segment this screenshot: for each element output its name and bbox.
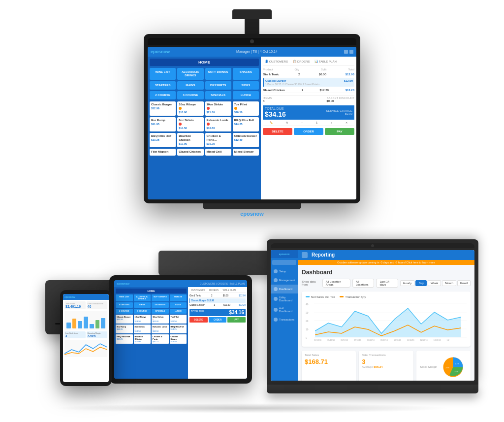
pos-item-bourbon[interactable]: Bourbon Chicken $17.00 bbox=[177, 133, 203, 147]
edit-icon[interactable]: ✏️ bbox=[270, 121, 273, 124]
delete-button[interactable]: DELETE bbox=[263, 128, 292, 135]
pos-item-ribeye[interactable]: 10oz Ribeye $18.90 bbox=[177, 101, 203, 116]
tablet-item-7[interactable]: Balsamic Lamb●$16.50 bbox=[152, 325, 169, 333]
time-btn-email[interactable]: Email bbox=[457, 280, 471, 286]
pos-item-sirloin8[interactable]: 8oz Sirloin $14.50 bbox=[177, 117, 203, 131]
menu-btn-2course[interactable]: 2 COURSE bbox=[150, 91, 176, 99]
tablet-item-3[interactable]: 10oz Sirloin●$21.00 bbox=[152, 315, 169, 324]
pos-item-sirloin[interactable]: 10oz Sirloin $21.00 bbox=[205, 101, 231, 116]
menu-btn-sides[interactable]: SIDES bbox=[233, 81, 259, 90]
tablet-home-bar[interactable]: HOME bbox=[116, 289, 187, 293]
pos-item-bbq-full[interactable]: BBQ Ribs Full $14.25 bbox=[233, 117, 259, 131]
tablet-btn-snacks[interactable]: SNACKS bbox=[170, 294, 187, 302]
dashboard-main: Reporting October software update coming… bbox=[298, 250, 474, 381]
phone-bar-1 bbox=[66, 323, 71, 328]
menu-btn-3course[interactable]: 3 COURSE bbox=[177, 91, 203, 99]
sidebar-item-dashboard[interactable]: Dashboard bbox=[271, 285, 298, 293]
tablet-item-12[interactable]: Chicken Skewer$12.40 bbox=[170, 334, 187, 344]
tablet-tab-cust[interactable]: CUSTOMERS bbox=[189, 289, 207, 292]
sidebar-item-utility[interactable]: Utility Dashboard bbox=[271, 293, 298, 304]
tablet-item-5[interactable]: 8oz Rump$11.95 bbox=[116, 325, 133, 333]
time-btn-day[interactable]: Day bbox=[415, 280, 427, 286]
pos-item-glazed-chicken[interactable]: Glazed Chicken bbox=[177, 149, 203, 156]
tablet-btn-specials[interactable]: SPECIALS bbox=[152, 309, 169, 314]
tablet-item-4[interactable]: 7oz Fillet●$20.50 bbox=[170, 315, 187, 324]
svg-text:30: 30 bbox=[306, 311, 309, 314]
pos-item-filet-mignon[interactable]: Filet Mignon bbox=[150, 149, 176, 156]
tablet-btn-lunch[interactable]: LUNCH bbox=[170, 309, 187, 314]
tablet-item-6[interactable]: 8oz Sirloin●$14.50 bbox=[134, 325, 151, 333]
sidebar-item-management[interactable]: Management bbox=[271, 276, 298, 285]
menu-btn-snacks[interactable]: SNACKS bbox=[233, 68, 259, 80]
menu-btn-alcoholic[interactable]: ALCOHOLIC DRINKS bbox=[177, 68, 203, 80]
tablet-item-1[interactable]: Classic Burger$12.99 bbox=[116, 315, 133, 324]
tablet-item-11[interactable]: Chicken & Porto$10.75 bbox=[152, 334, 169, 344]
phone: eposnow Total Sales $2,401.16 Total Tran… bbox=[60, 290, 112, 386]
pos-item-balsamic-lamb[interactable]: Balsamic Lamb $16.50 bbox=[205, 117, 231, 131]
qty-plus-icon[interactable]: + bbox=[331, 121, 332, 124]
order-button[interactable]: ORDER bbox=[294, 128, 323, 135]
menu-btn-starters[interactable]: STARTERS bbox=[150, 81, 176, 90]
tab-orders[interactable]: 📋 ORDERS bbox=[291, 59, 312, 64]
pos-item-rump[interactable]: 8oz Rump $11.95 bbox=[150, 117, 176, 131]
pos-item-chicken-skewer[interactable]: Chicken Skewer $12.40 bbox=[233, 133, 259, 147]
tablet-btn-sides[interactable]: SIDES bbox=[170, 302, 187, 307]
tablet-btn-alc[interactable]: ALCOHOLIC DRINKS bbox=[134, 294, 151, 302]
menu-btn-soft-drinks[interactable]: SOFT DRINKS bbox=[205, 68, 231, 80]
svg-text:12/10/16: 12/10/16 bbox=[420, 338, 428, 340]
filter-location-area[interactable]: All Location Areas bbox=[322, 279, 350, 288]
sidebar-item-transactions[interactable]: Transactions bbox=[271, 315, 298, 324]
tablet-item-8[interactable]: BBQ Ribs Full$14.25 bbox=[170, 325, 187, 333]
tablet-btn-wine[interactable]: WINE LIST bbox=[116, 294, 133, 302]
tablet-btn-desserts[interactable]: DESSERTS bbox=[152, 302, 169, 307]
hamburger-icon[interactable] bbox=[302, 252, 308, 258]
time-btn-hourly[interactable]: Hourly bbox=[400, 280, 414, 286]
tablet: eposnow CUSTOMERS | ORDERS | TABLE PLAN … bbox=[109, 275, 252, 384]
pos-item-chicken-porto[interactable]: Chicken & Porto... $10.75 bbox=[205, 133, 231, 147]
tablet-delete-btn[interactable]: DELETE bbox=[189, 317, 208, 323]
tablet-pay-btn[interactable]: PAY bbox=[227, 317, 246, 323]
menu-btn-wine-list[interactable]: WINE LIST bbox=[150, 68, 176, 80]
tablet-total-bar: TOTAL DUE $34.16 bbox=[189, 309, 246, 316]
tablet-item-2[interactable]: 10oz Ribeye●$18.90 bbox=[134, 315, 151, 324]
tablet-btn-2c[interactable]: 2 COURSE bbox=[116, 309, 133, 314]
tablet-btn-soft[interactable]: SOFT DRINKS bbox=[152, 294, 169, 302]
search-icon[interactable] bbox=[344, 50, 348, 54]
pos-home-bar[interactable]: HOME bbox=[150, 59, 259, 66]
discount-icon[interactable]: % bbox=[286, 121, 288, 124]
menu-btn-lunch[interactable]: LUNCH bbox=[233, 91, 259, 99]
sidebar-search-box[interactable] bbox=[272, 260, 296, 265]
filter-location[interactable]: All Locations bbox=[352, 279, 375, 288]
dash-alert-bar[interactable]: October software update coming in -3 day… bbox=[298, 260, 474, 265]
tablet-btn-3c[interactable]: 3 COURSE bbox=[134, 309, 151, 314]
qty-minus-icon[interactable]: − bbox=[301, 121, 303, 124]
settings-icon[interactable] bbox=[349, 50, 353, 54]
time-btn-month[interactable]: Month bbox=[442, 280, 456, 286]
tablet-btn-mains[interactable]: MAINS bbox=[134, 302, 151, 307]
pos-item-fillet[interactable]: 7oz Fillet $20.50 bbox=[233, 101, 259, 116]
pos-item-bbq-half[interactable]: BBQ Ribs Half $13.25 bbox=[150, 133, 176, 147]
pos-item-mixed-skewer[interactable]: Mixed Skewer bbox=[233, 149, 259, 156]
tab-customers[interactable]: 👤 CUSTOMERS bbox=[263, 59, 290, 64]
menu-btn-mains[interactable]: MAINS bbox=[177, 81, 203, 90]
tablet-btn-starters[interactable]: STARTERS bbox=[116, 302, 133, 307]
menu-btn-specials[interactable]: SPECIALS bbox=[205, 91, 231, 99]
filter-period[interactable]: Last 14 days bbox=[376, 279, 398, 288]
tablet-tab-orders[interactable]: ORDERS bbox=[208, 289, 220, 292]
tablet-order-btn[interactable]: ORDER bbox=[209, 317, 227, 323]
time-btn-week[interactable]: Week bbox=[428, 280, 441, 286]
sidebar-item-setup[interactable]: Setup bbox=[271, 267, 298, 276]
tablet-item-10[interactable]: Bourbon Chicken$17.00 bbox=[134, 334, 151, 344]
pos-order-panel: 👤 CUSTOMERS 📋 ORDERS 📊 TABLE PLAN Produc… bbox=[261, 57, 356, 199]
phone-mini-stats: Low Stock Items 3 Operating Margin 7.46% bbox=[64, 331, 107, 338]
sidebar-item-add-dashboard[interactable]: Add Dashboard bbox=[271, 304, 298, 315]
pos-item-classic-burger[interactable]: Classic Burger $12.99 bbox=[150, 101, 176, 116]
tablet-item-9[interactable]: BBQ Ribs Half$13.25 bbox=[116, 334, 133, 344]
delete-item-icon[interactable]: ✕ bbox=[346, 121, 347, 124]
menu-btn-desserts[interactable]: DESSERTS bbox=[205, 81, 231, 90]
tablet-tab-table[interactable]: TABLE PLAN bbox=[221, 289, 237, 292]
tablet-menu: HOME WINE LIST ALCOHOLIC DRINKS SOFT DRI… bbox=[114, 287, 188, 379]
pos-item-mixed-grill[interactable]: Mixed Grill bbox=[205, 149, 231, 156]
pay-button[interactable]: PAY bbox=[325, 128, 354, 135]
tab-table-plan[interactable]: 📊 TABLE PLAN bbox=[313, 59, 338, 64]
